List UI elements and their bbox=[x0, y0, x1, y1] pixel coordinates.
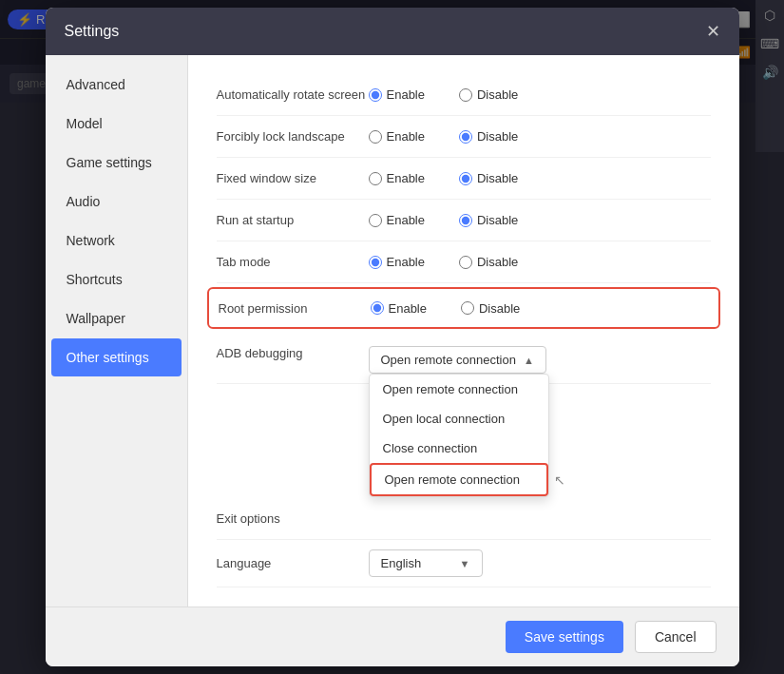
forcibly-lock-radio-group: Enable Disable bbox=[369, 129, 547, 144]
cancel-button[interactable]: Cancel bbox=[635, 621, 717, 653]
root-permission-enable[interactable]: Enable bbox=[371, 301, 427, 316]
fixed-window-enable[interactable]: Enable bbox=[369, 171, 425, 185]
run-startup-enable[interactable]: Enable bbox=[369, 213, 425, 227]
adb-selected-value: Open remote connection bbox=[381, 353, 516, 367]
overlay: Settings ✕ Advanced Model Game settings … bbox=[0, 0, 784, 674]
language-dropdown-button[interactable]: English ▼ bbox=[369, 549, 483, 577]
tab-mode-enable-label: Enable bbox=[387, 255, 425, 269]
fixed-window-enable-label: Enable bbox=[387, 171, 425, 185]
adb-dropdown-button[interactable]: Open remote connection ▲ bbox=[369, 346, 546, 374]
adb-row: ADB debugging Open remote connection ▲ O… bbox=[217, 333, 711, 384]
adb-option-open-remote-bottom-text: Open remote connection bbox=[385, 472, 520, 487]
adb-option-open-remote-top[interactable]: Open remote connection bbox=[370, 375, 548, 404]
auto-rotate-enable-label: Enable bbox=[387, 87, 425, 102]
sidebar-item-other-settings[interactable]: Other settings bbox=[51, 338, 182, 376]
forcibly-lock-disable-label: Disable bbox=[477, 129, 518, 144]
run-startup-disable-label: Disable bbox=[477, 213, 518, 227]
settings-sidebar: Advanced Model Game settings Audio Netwo… bbox=[46, 55, 188, 607]
root-permission-enable-label: Enable bbox=[389, 301, 427, 316]
run-startup-radio-group: Enable Disable bbox=[369, 213, 547, 227]
fixed-window-disable-label: Disable bbox=[477, 171, 518, 185]
cursor-icon: ↖ bbox=[554, 472, 565, 488]
settings-dialog: Settings ✕ Advanced Model Game settings … bbox=[46, 8, 739, 666]
tab-mode-enable-radio[interactable] bbox=[369, 256, 382, 269]
sidebar-item-wallpaper[interactable]: Wallpaper bbox=[51, 299, 182, 337]
fixed-window-radio-group: Enable Disable bbox=[369, 171, 547, 185]
language-selected-value: English bbox=[381, 556, 422, 570]
fixed-window-label: Fixed window size bbox=[217, 171, 369, 185]
root-permission-disable-radio[interactable] bbox=[461, 301, 474, 315]
tab-mode-disable[interactable]: Disable bbox=[459, 255, 518, 269]
forcibly-lock-row: Forcibly lock landscape Enable Disable bbox=[217, 116, 711, 158]
run-startup-label: Run at startup bbox=[217, 213, 369, 227]
sidebar-item-network[interactable]: Network bbox=[51, 221, 182, 260]
run-startup-enable-radio[interactable] bbox=[369, 214, 382, 227]
tab-mode-disable-radio[interactable] bbox=[459, 256, 472, 269]
forcibly-lock-disable[interactable]: Disable bbox=[459, 129, 518, 144]
auto-rotate-disable[interactable]: Disable bbox=[459, 87, 518, 102]
adb-option-open-local[interactable]: Open local connection bbox=[370, 404, 548, 433]
auto-rotate-disable-radio[interactable] bbox=[459, 88, 472, 102]
fixed-window-disable-radio[interactable] bbox=[459, 172, 472, 185]
auto-rotate-radio-group: Enable Disable bbox=[369, 87, 547, 102]
fixed-window-disable[interactable]: Disable bbox=[459, 171, 518, 185]
fixed-window-row: Fixed window size Enable Disable bbox=[217, 158, 711, 200]
root-permission-row: Root permission Enable Disable bbox=[207, 287, 720, 329]
tab-mode-radio-group: Enable Disable bbox=[369, 255, 547, 269]
run-startup-disable-radio[interactable] bbox=[459, 214, 472, 227]
chevron-up-icon: ▲ bbox=[524, 355, 534, 366]
root-permission-disable[interactable]: Disable bbox=[461, 301, 520, 316]
settings-title: Settings bbox=[65, 23, 120, 40]
tab-mode-label: Tab mode bbox=[217, 255, 369, 269]
language-chevron-icon: ▼ bbox=[460, 558, 470, 569]
forcibly-lock-enable[interactable]: Enable bbox=[369, 129, 425, 144]
auto-rotate-disable-label: Disable bbox=[477, 87, 518, 102]
root-permission-radio-group: Enable Disable bbox=[371, 301, 549, 316]
save-settings-button[interactable]: Save settings bbox=[506, 621, 623, 653]
root-permission-enable-radio[interactable] bbox=[371, 301, 384, 315]
settings-body: Advanced Model Game settings Audio Netwo… bbox=[46, 55, 739, 607]
tab-mode-row: Tab mode Enable Disable bbox=[217, 241, 711, 283]
root-permission-disable-label: Disable bbox=[479, 301, 520, 316]
sidebar-item-model[interactable]: Model bbox=[51, 105, 182, 143]
auto-rotate-label: Automatically rotate screen bbox=[217, 87, 369, 102]
adb-dropdown-wrap: Open remote connection ▲ Open remote con… bbox=[369, 346, 546, 374]
forcibly-lock-enable-label: Enable bbox=[387, 129, 425, 144]
auto-rotate-enable-radio[interactable] bbox=[369, 88, 382, 102]
exit-options-label: Exit options bbox=[217, 511, 369, 526]
language-row: Language English ▼ bbox=[217, 540, 711, 587]
adb-option-open-remote-bottom[interactable]: Open remote connection ↖ bbox=[370, 463, 548, 496]
auto-rotate-row: Automatically rotate screen Enable Disab… bbox=[217, 74, 711, 116]
settings-header: Settings ✕ bbox=[46, 8, 739, 55]
auto-rotate-enable[interactable]: Enable bbox=[369, 87, 425, 102]
adb-option-close-connection[interactable]: Close connection bbox=[370, 433, 548, 463]
forcibly-lock-enable-radio[interactable] bbox=[369, 130, 382, 144]
forcibly-lock-disable-radio[interactable] bbox=[459, 130, 472, 144]
adb-label: ADB debugging bbox=[217, 346, 369, 360]
settings-close-button[interactable]: ✕ bbox=[706, 21, 720, 42]
sidebar-item-game-settings[interactable]: Game settings bbox=[51, 144, 182, 182]
settings-content: Automatically rotate screen Enable Disab… bbox=[188, 55, 739, 607]
tab-mode-enable[interactable]: Enable bbox=[369, 255, 425, 269]
tab-mode-disable-label: Disable bbox=[477, 255, 518, 269]
exit-options-row: Exit options bbox=[217, 498, 711, 540]
run-startup-row: Run at startup Enable Disable bbox=[217, 200, 711, 241]
sidebar-item-shortcuts[interactable]: Shortcuts bbox=[51, 260, 182, 298]
run-startup-disable[interactable]: Disable bbox=[459, 213, 518, 227]
sidebar-item-advanced[interactable]: Advanced bbox=[51, 66, 182, 104]
fixed-window-enable-radio[interactable] bbox=[369, 172, 382, 185]
forcibly-lock-label: Forcibly lock landscape bbox=[217, 129, 369, 144]
settings-footer: Save settings Cancel bbox=[46, 607, 739, 666]
adb-dropdown-menu: Open remote connection Open local connec… bbox=[369, 374, 549, 497]
root-permission-label: Root permission bbox=[219, 301, 371, 316]
run-startup-enable-label: Enable bbox=[387, 213, 425, 227]
language-label: Language bbox=[217, 556, 369, 570]
sidebar-item-audio[interactable]: Audio bbox=[51, 183, 182, 221]
